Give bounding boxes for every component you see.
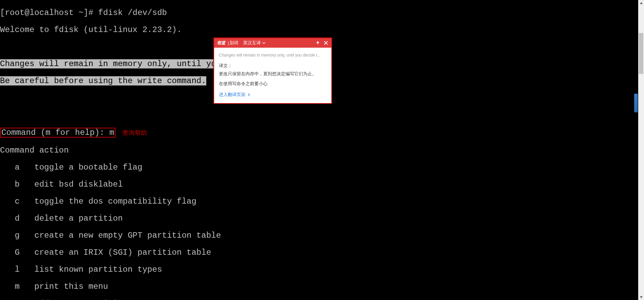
terminal-action-line: l list known partition types [0, 265, 532, 274]
popup-body: Changes will remain in memory only, unti… [214, 48, 331, 103]
translation-text: 在使用写命令之前要小心 [219, 80, 327, 88]
translation-mode-dropdown[interactable]: 英汉互译 [243, 40, 266, 46]
link-label: 进入翻译页面 [219, 91, 245, 98]
scroll-track[interactable] [638, 6, 644, 294]
scroll-up-button[interactable] [638, 0, 644, 6]
divider: | [228, 41, 229, 46]
translation-mode-label: 英汉互译 [243, 40, 261, 46]
popup-header: 有道 | 划词 英汉互译 [214, 38, 331, 48]
terminal-line [0, 111, 532, 119]
vertical-scrollbar[interactable] [638, 0, 644, 300]
terminal-line: [root@localhost ~]# fdisk /dev/sdb [0, 9, 532, 17]
source-text: Changes will remain in memory only, unti… [219, 52, 327, 59]
translation-label: 译文： [219, 62, 327, 69]
terminal-action-line: m print this menu [0, 282, 532, 291]
terminal-action-line: G create an IRIX (SGI) partition table [0, 248, 532, 257]
terminal-action-line: d delete a partition [0, 214, 532, 223]
terminal-line: Welcome to fdisk (util-linux 2.23.2). [0, 26, 532, 34]
terminal-command-line: Command (m for help): m查询帮助 [0, 128, 532, 138]
close-icon[interactable] [323, 40, 329, 46]
pin-icon[interactable] [315, 40, 320, 46]
terminal-line: Command action [0, 146, 532, 155]
chevron-down-icon [262, 41, 266, 45]
chevron-right-icon [248, 93, 250, 96]
translation-text: 更改只保留在内存中，直到您决定编写它们为止。 [219, 70, 327, 78]
translation-popup: 有道 | 划词 英汉互译 Changes will remain in memo… [213, 37, 332, 104]
terminal-action-line: b edit bsd disklabel [0, 180, 532, 189]
command-highlight-box: Command (m for help): m [0, 128, 116, 138]
scroll-thumb[interactable] [639, 33, 643, 74]
scroll-down-button[interactable] [638, 294, 644, 300]
brand-sub: 划词 [229, 40, 238, 46]
annotation-label: 查询帮助 [122, 129, 147, 136]
youdao-logo: 有道 [217, 40, 225, 46]
terminal-action-line: c toggle the dos compatibility flag [0, 197, 532, 206]
sidebar-handle[interactable] [634, 94, 638, 112]
open-translation-page-link[interactable]: 进入翻译页面 [219, 91, 327, 98]
terminal-action-line: g create a new empty GPT partition table [0, 231, 532, 240]
selected-text[interactable]: Be careful before using the write comman… [0, 76, 206, 85]
terminal-action-line: a toggle a bootable flag [0, 163, 532, 172]
